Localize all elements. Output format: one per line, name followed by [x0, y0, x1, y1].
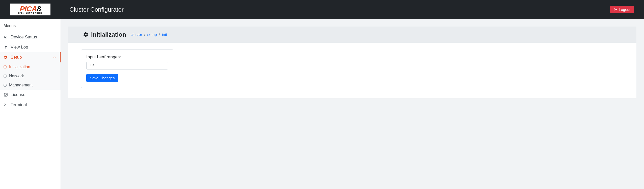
- sidebar-item-license[interactable]: License: [0, 90, 61, 100]
- page-header-bar: Initialization cluster / setup / init: [68, 27, 636, 43]
- brand-logo-sub: OPEN NETWORKING: [18, 12, 43, 14]
- main-content: Initialization cluster / setup / init In…: [61, 19, 644, 189]
- sidebar-item-device-status[interactable]: Device Status: [0, 32, 61, 42]
- sidebar-subitem-initialization[interactable]: Initialization: [0, 62, 61, 72]
- sidebar-subitem-label: Initialization: [9, 65, 30, 69]
- sidebar-item-label: Terminal: [11, 102, 57, 107]
- leaf-ranges-input[interactable]: [86, 62, 168, 69]
- gear-icon: [4, 55, 8, 59]
- page-title-text: Initialization: [91, 31, 126, 38]
- leaf-ranges-label: Input Leaf ranges:: [86, 55, 168, 60]
- dashboard-icon: [4, 35, 8, 39]
- sidebar-subitem-management[interactable]: Management: [0, 81, 61, 90]
- breadcrumb-link-cluster[interactable]: cluster: [131, 32, 142, 37]
- sidebar-subitem-network[interactable]: Network: [0, 72, 61, 81]
- init-card: Input Leaf ranges: Save Changes: [81, 49, 173, 88]
- sidebar: Menus Device Status View Log Setup: [0, 19, 61, 189]
- breadcrumb-link-init[interactable]: init: [162, 32, 167, 37]
- page-title: Initialization: [83, 31, 126, 38]
- sidebar-item-terminal[interactable]: Terminal: [0, 100, 61, 110]
- save-changes-button[interactable]: Save Changes: [86, 74, 118, 82]
- breadcrumb-sep: /: [159, 32, 160, 37]
- signout-icon: [614, 8, 617, 11]
- sidebar-item-label: Device Status: [11, 35, 57, 40]
- filter-icon: [4, 45, 8, 49]
- top-navbar: PICA8 OPEN NETWORKING Cluster Configurat…: [0, 0, 644, 19]
- logout-label: Logout: [619, 7, 630, 12]
- sidebar-item-setup[interactable]: Setup: [0, 52, 61, 62]
- breadcrumb: cluster / setup / init: [131, 32, 167, 37]
- svg-rect-1: [4, 93, 7, 96]
- sidebar-subitem-label: Network: [9, 74, 24, 78]
- brand-logo: PICA8 OPEN NETWORKING: [10, 4, 50, 15]
- circle-icon: [4, 75, 7, 78]
- circle-icon: [4, 65, 7, 68]
- chevron-up-icon: [53, 56, 56, 59]
- sidebar-submenu-setup: Initialization Network Management: [0, 62, 61, 90]
- sidebar-subitem-label: Management: [9, 83, 33, 87]
- sidebar-item-label: Setup: [11, 55, 50, 60]
- brand-logo-accent: 8: [37, 5, 41, 13]
- breadcrumb-link-setup[interactable]: setup: [147, 32, 157, 37]
- brand-logo-main: PICA: [20, 5, 37, 13]
- sidebar-item-label: License: [11, 92, 57, 97]
- sidebar-header: Menus: [0, 22, 61, 32]
- logout-button[interactable]: Logout: [610, 6, 634, 13]
- breadcrumb-sep: /: [144, 32, 145, 37]
- check-icon: [4, 93, 8, 97]
- terminal-icon: [4, 103, 8, 107]
- sidebar-item-view-log[interactable]: View Log: [0, 42, 61, 52]
- app-title: Cluster Configurator: [69, 6, 124, 13]
- brand-logo-text: PICA8: [20, 5, 41, 13]
- sidebar-item-label: View Log: [11, 45, 57, 50]
- content-wrap: Input Leaf ranges: Save Changes: [68, 43, 636, 98]
- gear-icon: [83, 32, 89, 37]
- circle-icon: [4, 84, 7, 87]
